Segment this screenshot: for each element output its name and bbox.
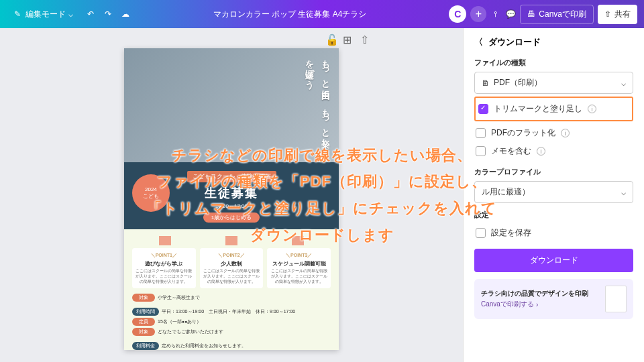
highlight-trim-option: トリムマークと塗り足し i (474, 97, 633, 121)
save-settings-label: 設定を保存 (491, 227, 531, 239)
flatten-label: PDFのフラット化 (491, 127, 555, 139)
comment-icon[interactable]: 💬 (505, 9, 516, 19)
edit-mode-label: 編集モード (25, 9, 66, 20)
point-2: ＼POINT2／少人数制ここにはスクールの簡単な特徴が入ります。ここにはスクール… (200, 248, 264, 288)
avatar[interactable]: C (449, 5, 466, 23)
topbar: ✎ 編集モード ⌵ ↶ ↷ ☁ マカロンカラー ポップ 生徒募集 A4チラシ C… (0, 0, 644, 28)
canvas-controls: 🔓 ⊞ ⇧ (325, 34, 371, 44)
trim-label: トリムマークと塗り足し (494, 103, 582, 115)
add-member-button[interactable]: + (470, 6, 486, 22)
memo-checkbox[interactable] (476, 146, 486, 156)
pencil-icon: ✎ (12, 9, 23, 19)
filetype-label: ファイルの種類 (474, 58, 633, 68)
flyer-pill: 1歳からはじめる (203, 213, 260, 223)
chevron-down-icon: ⌵ (68, 9, 73, 19)
analytics-icon[interactable]: ⫯ (490, 9, 501, 19)
print-label: Canvaで印刷 (539, 9, 586, 20)
settings-label: 設定 (474, 210, 633, 220)
color-profile-select[interactable]: ル用に最適） (474, 181, 633, 203)
point-3: ＼POINT3／スケジュール調整可能ここにはスクールの簡単な特徴が入ります。ここ… (267, 248, 331, 288)
share-label: 共有 (614, 9, 631, 20)
color-profile-label: カラープロファイル (474, 167, 633, 177)
grid-icon[interactable]: ⊞ (343, 34, 354, 44)
point-1: ＼POINT1／遊びながら学ぶここにはスクールの簡単な特徴が入ります。ここにはス… (132, 248, 196, 288)
promo-thumbnail (605, 286, 627, 312)
back-icon[interactable]: 〈 (474, 36, 483, 48)
share-icon: ⇧ (604, 9, 611, 19)
info-icon[interactable]: i (561, 129, 570, 137)
export-icon[interactable]: ⇧ (360, 34, 371, 44)
flatten-checkbox[interactable] (476, 128, 486, 138)
undo-icon[interactable]: ↶ (85, 9, 96, 19)
chevron-right-icon: › (536, 301, 538, 308)
redo-icon[interactable]: ↷ (103, 9, 113, 19)
edit-mode-button[interactable]: ✎ 編集モード ⌵ (7, 5, 78, 23)
flyer-document[interactable]: もっと自由に もっと楽しく 英語を遊ぼう 2024こども こどもスクール・体験会… (124, 48, 339, 350)
topbar-left: ✎ 編集モード ⌵ ↶ ↷ ☁ (7, 5, 131, 23)
memo-checkbox-row[interactable]: メモを含む i (474, 142, 633, 160)
info-icon[interactable]: i (537, 147, 545, 156)
filetype-value: PDF（印刷） (494, 77, 542, 88)
download-panel: 〈 ダウンロード ファイルの種類 🗎 PDF（印刷） トリムマークと塗り足し i… (463, 28, 644, 362)
info-icon[interactable]: i (588, 105, 596, 113)
flyer-hero-image: もっと自由に もっと楽しく 英語を遊ぼう (124, 48, 339, 162)
printer-icon: 🖶 (527, 9, 535, 19)
pdf-icon: 🗎 (482, 78, 490, 88)
document-title[interactable]: マカロンカラー ポップ 生徒募集 A4チラシ (136, 9, 443, 20)
print-button[interactable]: 🖶 Canvaで印刷 (520, 5, 594, 24)
filetype-select[interactable]: 🗎 PDF（印刷） (474, 72, 633, 94)
hero-vertical-text: もっと自由に もっと楽しく 英語を遊ぼう (302, 54, 333, 162)
promo-link[interactable]: Canvaで印刷する› (481, 300, 600, 309)
topbar-right: C + ⫯ 💬 🖶 Canvaで印刷 ⇧ 共有 (449, 5, 637, 24)
share-button[interactable]: ⇧ 共有 (598, 5, 637, 24)
canvas-area[interactable]: 🔓 ⊞ ⇧ もっと自由に もっと楽しく 英語を遊ぼう 2024こども こどもスク… (0, 28, 463, 362)
trim-marks-checkbox-row[interactable]: トリムマークと塗り足し i (477, 100, 631, 118)
flatten-checkbox-row[interactable]: PDFのフラット化 i (474, 124, 633, 142)
promo-title: チラシ向けの品質でデザインを印刷 (481, 289, 600, 298)
workspace: 🔓 ⊞ ⇧ もっと自由に もっと楽しく 英語を遊ぼう 2024こども こどもスク… (0, 28, 644, 362)
color-value: ル用に最適） (482, 186, 530, 198)
cloud-sync-icon[interactable]: ☁ (120, 9, 131, 19)
trim-checkbox[interactable] (478, 104, 488, 114)
download-button[interactable]: ダウンロード (474, 249, 633, 272)
flyer-body: ＼POINT1／遊びながら学ぶここにはスクールの簡単な特徴が入ります。ここにはス… (124, 229, 339, 350)
flyer-mid: 2024こども こどもスクール・体験会開催 生徒募集 10:00～17:00 1… (124, 162, 339, 229)
points-row: ＼POINT1／遊びながら学ぶここにはスクールの簡単な特徴が入ります。ここにはス… (132, 248, 331, 288)
memo-label: メモを含む (491, 145, 531, 157)
print-promo[interactable]: チラシ向けの品質でデザインを印刷 Canvaで印刷する› (474, 279, 633, 319)
lock-icon[interactable]: 🔓 (325, 34, 336, 44)
panel-header: 〈 ダウンロード (474, 36, 633, 48)
save-settings-row[interactable]: 設定を保存 (474, 224, 633, 242)
save-settings-checkbox[interactable] (476, 228, 486, 238)
event-tag: こどもスクール・体験会開催 (187, 171, 276, 182)
circle-badge: 2024こども (132, 174, 170, 212)
panel-title: ダウンロード (488, 36, 541, 48)
